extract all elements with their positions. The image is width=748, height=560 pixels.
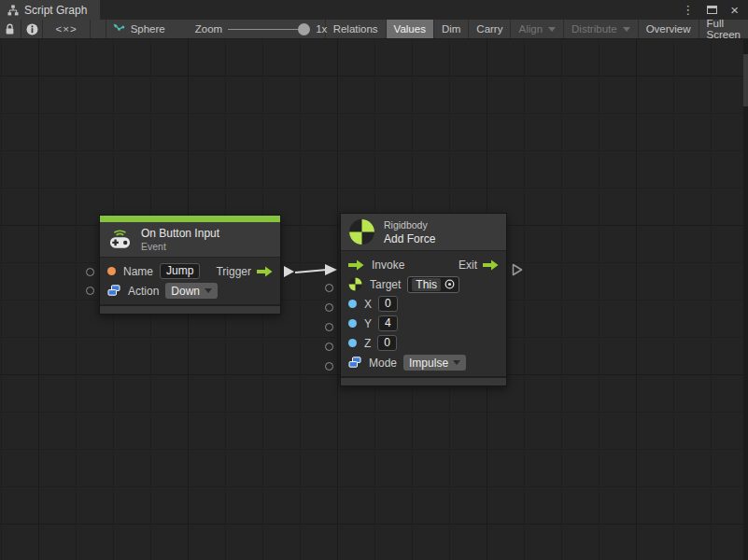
lock-icon — [5, 23, 15, 35]
input-port-mode[interactable] — [325, 362, 333, 371]
button-label: Align — [518, 23, 543, 35]
port-label: Target — [370, 278, 401, 291]
toolbar-button-fullscreen[interactable]: Full Screen — [699, 20, 748, 38]
float-port-icon — [348, 300, 357, 308]
port-label: Exit — [459, 259, 477, 272]
port-label: Name — [123, 265, 153, 278]
x-input[interactable]: 0 — [378, 296, 398, 312]
button-label: Dim — [442, 23, 460, 35]
node-footer — [341, 376, 506, 385]
zoom-slider-handle[interactable] — [298, 23, 310, 35]
node-footer — [100, 304, 280, 314]
port-row-mode: Mode Impulse — [341, 353, 506, 372]
object-picker-icon[interactable] — [445, 279, 455, 289]
enum-port-icon — [348, 357, 361, 369]
button-label: Carry — [476, 23, 502, 35]
dropdown-value: Impulse — [409, 357, 448, 370]
code-preview-button[interactable]: <×> — [43, 20, 90, 38]
port-label: Invoke — [372, 259, 404, 272]
zoom-slider[interactable] — [228, 23, 310, 35]
node-add-force[interactable]: Rigidbody Add Force Invoke Exit — [340, 213, 507, 386]
button-label: Distribute — [572, 23, 617, 35]
port-label: Z — [364, 337, 371, 350]
port-label: Y — [364, 317, 372, 330]
string-port-icon — [107, 267, 116, 275]
enum-port-icon — [107, 285, 120, 297]
input-port-target[interactable] — [325, 284, 333, 292]
z-input[interactable]: 0 — [377, 335, 397, 351]
node-on-button-input[interactable]: On Button Input Event Name Jump Trigger — [99, 215, 281, 315]
input-port-z[interactable] — [325, 343, 333, 351]
vertical-scrollbar-thumb[interactable] — [743, 54, 748, 106]
node-title: On Button Input — [141, 227, 219, 240]
code-icon: <×> — [55, 23, 77, 35]
port-row-x: X 0 — [341, 294, 506, 314]
mode-dropdown[interactable]: Impulse — [403, 355, 466, 371]
name-input[interactable]: Jump — [160, 263, 200, 279]
port-row-invoke: Invoke Exit — [341, 255, 506, 274]
script-graph-window: Script Graph ⋮ × — [0, 0, 748, 560]
node-header[interactable]: Rigidbody Add Force — [341, 214, 506, 250]
lock-button[interactable] — [0, 20, 21, 38]
port-label: Trigger — [216, 265, 251, 278]
event-accent-strip — [100, 216, 280, 222]
flow-arrow-icon[interactable] — [257, 266, 273, 277]
y-input[interactable]: 4 — [378, 315, 398, 331]
chevron-down-icon — [453, 360, 460, 365]
maximize-icon[interactable] — [707, 6, 717, 14]
graph-toolbar: <×> Sphere Zoom 1x — [0, 20, 748, 39]
chevron-down-icon — [623, 27, 630, 32]
action-dropdown[interactable]: Down — [165, 283, 218, 299]
float-port-icon — [348, 339, 357, 347]
chevron-down-icon — [548, 27, 556, 32]
toolbar-spacer — [91, 20, 106, 38]
graph-breadcrumb[interactable]: Sphere — [131, 23, 165, 35]
port-label: X — [364, 298, 372, 311]
node-subtitle: Event — [141, 241, 219, 252]
info-button[interactable] — [21, 20, 44, 38]
dropdown-value: Down — [171, 285, 200, 298]
graph-hierarchy-icon — [7, 5, 19, 16]
input-port-name[interactable] — [86, 268, 94, 276]
toolbar-button-overview[interactable]: Overview — [639, 20, 699, 38]
toolbar-button-values[interactable]: Values — [387, 20, 434, 38]
button-label: Values — [394, 23, 426, 35]
port-row-target: Target This — [341, 274, 506, 294]
output-port-trigger[interactable] — [284, 266, 294, 277]
port-row-name: Name Jump Trigger — [100, 261, 280, 281]
flow-arrow-icon[interactable] — [483, 259, 499, 271]
tab-title: Script Graph — [24, 4, 87, 17]
flow-arrow-icon[interactable] — [348, 259, 364, 271]
window-menu-icon[interactable]: ⋮ — [682, 4, 694, 16]
button-label: Full Screen — [707, 18, 741, 40]
close-icon[interactable]: × — [730, 3, 739, 17]
input-port-y[interactable] — [325, 323, 333, 331]
port-label: Action — [128, 285, 159, 298]
node-kind: Rigidbody — [384, 219, 435, 231]
port-row-y: Y 4 — [341, 314, 506, 333]
button-label: Overview — [646, 23, 691, 35]
input-port-x[interactable] — [325, 303, 333, 312]
graph-canvas[interactable]: On Button Input Event Name Jump Trigger — [0, 39, 748, 560]
chevron-down-icon — [205, 288, 212, 293]
target-object-field[interactable]: This — [407, 276, 459, 293]
node-title: Add Force — [384, 232, 435, 245]
port-row-action: Action Down — [100, 281, 280, 301]
rigidbody-icon — [348, 218, 375, 245]
zoom-label: Zoom — [195, 23, 222, 35]
port-row-z: Z 0 — [341, 333, 506, 353]
toolbar-button-relations[interactable]: Relations — [326, 20, 387, 38]
toolbar-button-distribute[interactable]: Distribute — [564, 20, 639, 38]
vertical-scrollbar[interactable] — [743, 39, 748, 560]
input-port-action[interactable] — [86, 287, 94, 295]
node-header[interactable]: On Button Input Event — [100, 222, 280, 257]
script-graph-icon — [112, 22, 125, 35]
toolbar-button-align[interactable]: Align — [511, 20, 564, 38]
info-icon — [26, 23, 38, 35]
output-port-exit[interactable] — [512, 263, 523, 276]
toolbar-button-carry[interactable]: Carry — [469, 20, 511, 38]
toolbar-button-dim[interactable]: Dim — [434, 20, 469, 38]
graph-info-segment: Sphere Zoom 1x — [106, 20, 326, 38]
float-port-icon — [348, 319, 357, 328]
tab-script-graph[interactable]: Script Graph — [0, 0, 100, 20]
